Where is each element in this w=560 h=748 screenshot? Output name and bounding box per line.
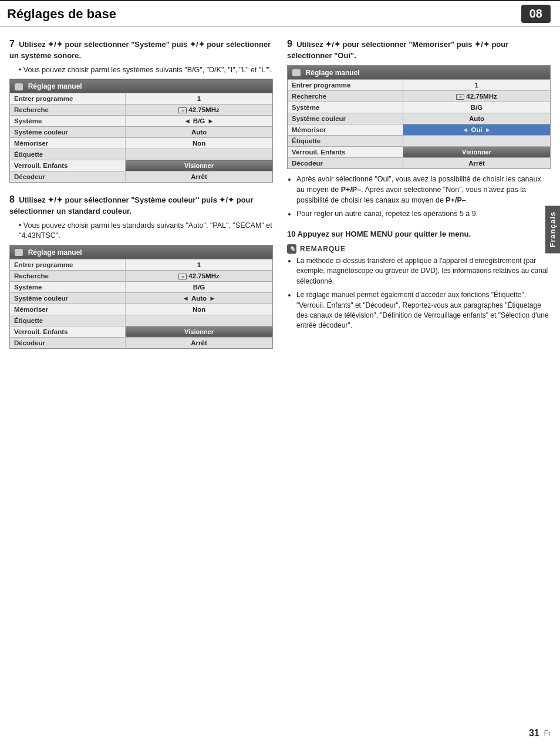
osd-row-value: ≡42.75MHz (126, 105, 273, 116)
osd-row-label: Entrer programme (288, 79, 403, 90)
osd-row-value: Non (126, 304, 273, 315)
osd-table-8: Réglage manuel Entrer programme1Recherch… (9, 245, 273, 349)
step-7-text: Utilisez ✦/✦ pour sélectionner "Système"… (9, 40, 271, 60)
osd-row-label: Système (288, 102, 403, 113)
remarque-icon: ✎ (287, 244, 296, 254)
osd-row-value: Non (126, 138, 273, 149)
osd-row-value: ◄Auto► (126, 292, 273, 304)
osd-row-label: Décodeur (10, 171, 126, 183)
right-column: 9 Utilisez ✦/✦ pour sélectionner "Mémori… (287, 38, 551, 359)
remarque-bullet-2: Le réglage manuel permet également d'acc… (296, 290, 551, 331)
step-8: 8 Utilisez ✦/✦ pour sélectionner "Systèm… (9, 193, 273, 349)
osd-row-label: Étiquette (10, 315, 126, 326)
bottom-page-number: 31 (529, 728, 539, 739)
bottom-sub-label: Fr (544, 729, 551, 737)
osd-row-label: Système couleur (10, 292, 126, 304)
step-9-header: 9 Utilisez ✦/✦ pour sélectionner "Mémori… (287, 38, 551, 62)
osd-row-value: Visionner (126, 160, 273, 171)
osd-row-label: Décodeur (10, 337, 126, 348)
osd-row-value: ◄B/G► (126, 116, 273, 127)
osd-row-label: Système couleur (10, 127, 126, 138)
osd-row-value: B/G (126, 281, 273, 292)
remarque-bullet-1: La méthode ci-dessus transfère et appliq… (296, 256, 551, 287)
osd-row-label: Entrer programme (10, 259, 126, 270)
osd-row-value: 1 (126, 259, 273, 270)
remarque-bullets: La méthode ci-dessus transfère et appliq… (287, 256, 551, 331)
step-7-sub: • Vous pouvez choisir parmi les systèmes… (19, 65, 273, 76)
step-9-bullet-2: Pour régler un autre canal, répétez les … (296, 208, 551, 219)
remarque-header: ✎ REMARQUE (287, 244, 551, 254)
osd-row-value: Auto (403, 113, 551, 124)
osd-row-value: Arrêt (403, 157, 551, 169)
osd-table-7: Réglage manuel Entrer programme1Recherch… (9, 79, 273, 183)
osd-row-value: ≡42.75MHz (403, 90, 551, 102)
step-9-bullets: Après avoir sélectionné "Oui", vous avez… (287, 174, 551, 220)
step-10: 10 Appuyez sur HOME MENU pour quitter le… (287, 230, 551, 238)
main-content: 7 Utilisez ✦/✦ pour sélectionner "Systèm… (0, 38, 560, 359)
osd-row-value: 1 (403, 79, 551, 90)
page-number: 08 (521, 5, 551, 23)
osd-row-label: Recherche (10, 105, 126, 116)
step-8-num: 8 (9, 194, 15, 204)
osd-title-8: Réglage manuel (28, 248, 82, 257)
osd-row-value: Visionner (403, 146, 551, 157)
bottom-bar: 31 Fr (529, 728, 551, 739)
osd-row-label: Verrouil. Enfants (288, 146, 403, 157)
step-10-num: 10 (287, 230, 298, 238)
osd-row-label: Système (10, 281, 126, 292)
osd-row-label: Recherche (10, 270, 126, 281)
osd-row-label: Verrouil. Enfants (10, 326, 126, 337)
language-tab: Français (545, 205, 560, 253)
osd-row-value: ◄Oui► (403, 124, 551, 135)
osd-row-label: Système (10, 116, 126, 127)
remarque-box: ✎ REMARQUE La méthode ci-dessus transfèr… (287, 244, 551, 331)
osd-icon-9 (292, 69, 301, 76)
osd-icon-7 (15, 83, 23, 90)
step-9: 9 Utilisez ✦/✦ pour sélectionner "Mémori… (287, 38, 551, 219)
osd-row-value (403, 135, 551, 146)
osd-row-label: Décodeur (288, 157, 403, 169)
osd-row-value: B/G (403, 102, 551, 113)
osd-row-label: Étiquette (10, 149, 126, 160)
osd-row-value: Auto (126, 127, 273, 138)
step-7-header: 7 Utilisez ✦/✦ pour sélectionner "Systèm… (9, 38, 273, 62)
osd-table-9: Réglage manuel Entrer programme1Recherch… (287, 65, 551, 169)
osd-row-label: Étiquette (288, 135, 403, 146)
osd-row-value: Arrêt (126, 171, 273, 183)
osd-row-value (126, 149, 273, 160)
osd-row-label: Recherche (288, 90, 403, 102)
page-title: Réglages de base (7, 6, 116, 22)
step-8-sub: • Vous pouvez choisir parmi les standard… (19, 221, 273, 241)
step-9-bullet-1: Après avoir sélectionné "Oui", vous avez… (296, 174, 551, 205)
step-7-num: 7 (9, 39, 15, 49)
page-header: Réglages de base 08 (0, 0, 560, 27)
step-9-num: 9 (287, 39, 292, 49)
osd-row-value: 1 (126, 93, 273, 105)
osd-row-label: Verrouil. Enfants (10, 160, 126, 171)
step-8-header: 8 Utilisez ✦/✦ pour sélectionner "Systèm… (9, 193, 273, 217)
osd-row-label: Mémoriser (288, 124, 403, 135)
step-9-text: Utilisez ✦/✦ pour sélectionner "Mémorise… (287, 40, 508, 60)
osd-row-label: Entrer programme (10, 93, 126, 105)
osd-row-value (126, 315, 273, 326)
osd-row-value: Visionner (126, 326, 273, 337)
osd-row-label: Mémoriser (10, 304, 126, 315)
osd-row-label: Système couleur (288, 113, 403, 124)
left-column: 7 Utilisez ✦/✦ pour sélectionner "Systèm… (9, 38, 273, 359)
osd-row-value: ≡42.75MHz (126, 270, 273, 281)
osd-title-7: Réglage manuel (28, 82, 82, 90)
osd-row-label: Mémoriser (10, 138, 126, 149)
osd-row-value: Arrêt (126, 337, 273, 348)
step-8-text: Utilisez ✦/✦ pour sélectionner "Système … (9, 196, 254, 215)
remarque-title: REMARQUE (300, 245, 346, 253)
step-10-text: Appuyez sur HOME MENU pour quitter le me… (298, 230, 471, 238)
osd-title-9: Réglage manuel (306, 69, 360, 77)
osd-icon-8 (15, 249, 23, 256)
step-7: 7 Utilisez ✦/✦ pour sélectionner "Systèm… (9, 38, 273, 183)
